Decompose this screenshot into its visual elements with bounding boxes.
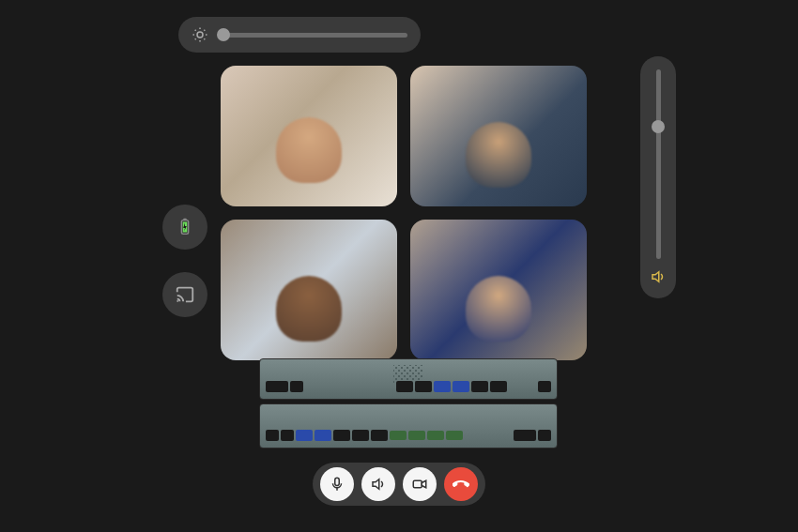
call-controls — [313, 463, 485, 506]
brightness-slider[interactable] — [178, 17, 421, 53]
svg-point-13 — [176, 300, 178, 302]
volume-thumb[interactable] — [652, 120, 665, 133]
device-bottom-unit — [259, 403, 558, 448]
svg-line-4 — [204, 38, 205, 39]
brightness-track[interactable] — [218, 33, 407, 38]
device-top-unit — [259, 358, 558, 400]
battery-button[interactable] — [162, 205, 207, 250]
speaker-icon — [650, 268, 667, 285]
participant-tile[interactable] — [410, 220, 587, 360]
volume-track[interactable] — [656, 69, 661, 259]
end-call-button[interactable] — [444, 467, 478, 501]
mic-icon — [329, 476, 345, 493]
cast-icon — [175, 284, 195, 305]
participant-tile[interactable] — [221, 66, 397, 206]
svg-line-7 — [195, 38, 196, 39]
svg-rect-10 — [183, 219, 187, 220]
cast-button[interactable] — [162, 272, 207, 317]
speaker-button[interactable] — [361, 467, 395, 501]
brightness-thumb[interactable] — [217, 28, 230, 41]
svg-marker-19 — [422, 480, 426, 488]
camera-icon — [411, 476, 428, 493]
camera-button[interactable] — [403, 467, 437, 501]
hardware-device — [259, 358, 558, 450]
svg-line-3 — [195, 30, 196, 31]
svg-rect-18 — [413, 480, 422, 488]
microphone-button[interactable] — [320, 467, 354, 501]
svg-marker-14 — [652, 272, 659, 282]
battery-icon — [175, 217, 195, 237]
svg-marker-17 — [373, 479, 379, 490]
svg-point-0 — [197, 32, 203, 38]
volume-slider[interactable] — [640, 56, 676, 298]
video-grid — [221, 66, 587, 360]
svg-line-8 — [204, 30, 205, 31]
phone-icon — [453, 476, 469, 493]
speaker-icon — [370, 476, 387, 493]
participant-tile[interactable] — [221, 220, 397, 360]
svg-rect-15 — [335, 478, 340, 485]
brightness-icon — [192, 26, 208, 43]
participant-tile[interactable] — [410, 66, 587, 206]
